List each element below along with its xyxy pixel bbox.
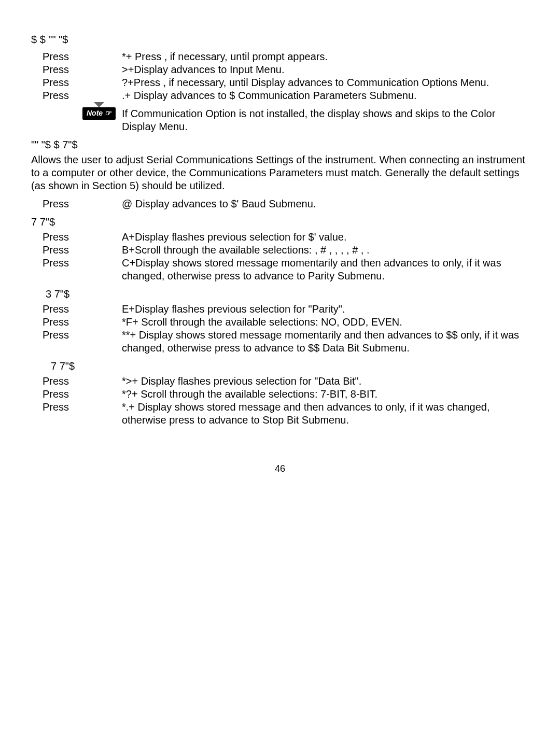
- section-header-comm-options: $ $ "" "$: [31, 33, 529, 46]
- section-header-comm-params: "" "$ $ 7"$: [31, 138, 529, 151]
- step-key: Press: [31, 375, 122, 388]
- step-desc: >+Display advances to Input Menu.: [122, 63, 529, 76]
- step-desc: A+Display flashes previous selection for…: [122, 231, 529, 244]
- step-row: Press *>+ Display flashes previous selec…: [31, 375, 529, 388]
- note-text: If Communication Option is not installed…: [122, 107, 529, 133]
- step-desc: ?+Press , if necessary, until Display ad…: [122, 76, 529, 89]
- step-row: Press A+Display flashes previous selecti…: [31, 231, 529, 244]
- step-key: Press: [31, 89, 122, 102]
- step-desc: *F+ Scroll through the available selecti…: [122, 316, 529, 329]
- step-key: Press: [31, 329, 122, 342]
- subheading-baud: 7 7"$: [31, 216, 529, 229]
- step-row: Press *.+ Display shows stored message a…: [31, 401, 529, 427]
- step-desc: E+Display flashes previous selection for…: [122, 303, 529, 316]
- intro-paragraph: Allows the user to adjust Serial Communi…: [31, 153, 529, 192]
- step-key: Press: [31, 316, 122, 329]
- page-number: 46: [31, 463, 529, 475]
- step-row: Press *F+ Scroll through the available s…: [31, 316, 529, 329]
- step-key: Press: [31, 198, 122, 210]
- step-desc: B+Scroll through the available selection…: [122, 244, 529, 257]
- note-badge: Note ☞: [82, 107, 116, 120]
- step-key: Press: [31, 50, 122, 63]
- step-key: Press: [31, 303, 122, 316]
- step-row: Press *+ Press , if necessary, until pro…: [31, 50, 529, 63]
- subheading-parity: 3 7"$: [31, 288, 529, 301]
- step-key: Press: [31, 257, 122, 270]
- step-row: Press B+Scroll through the available sel…: [31, 244, 529, 257]
- step-key: Press: [31, 401, 122, 414]
- step-row: Press @ Display advances to $' Baud Subm…: [31, 198, 529, 210]
- step-row: Press **+ Display shows stored message m…: [31, 329, 529, 355]
- step-desc: *?+ Scroll through the available selecti…: [122, 388, 529, 401]
- step-row: Press ?+Press , if necessary, until Disp…: [31, 76, 529, 89]
- step-desc: **+ Display shows stored message momenta…: [122, 329, 529, 355]
- step-key: Press: [31, 76, 122, 89]
- step-row: Press >+Display advances to Input Menu.: [31, 63, 529, 76]
- step-key: Press: [31, 63, 122, 76]
- step-desc: *>+ Display flashes previous selection f…: [122, 375, 529, 388]
- step-key: Press: [31, 244, 122, 257]
- step-desc: *+ Press , if necessary, until prompt ap…: [122, 50, 529, 63]
- step-row: Press .+ Display advances to $ Communica…: [31, 89, 529, 102]
- step-row: Press C+Display shows stored message mom…: [31, 257, 529, 283]
- step-row: Press *?+ Scroll through the available s…: [31, 388, 529, 401]
- step-desc: C+Display shows stored message momentari…: [122, 257, 529, 283]
- step-desc: .+ Display advances to $ Communication P…: [122, 89, 529, 102]
- subheading-databit: 7 7"$: [31, 360, 529, 373]
- step-row: Press E+Display flashes previous selecti…: [31, 303, 529, 316]
- step-desc: *.+ Display shows stored message and the…: [122, 401, 529, 427]
- step-desc: @ Display advances to $' Baud Submenu.: [122, 198, 529, 210]
- step-key: Press: [31, 231, 122, 244]
- triangle-icon: [94, 102, 104, 107]
- note-row: Note ☞ If Communication Option is not in…: [31, 107, 529, 133]
- step-key: Press: [31, 388, 122, 401]
- note-label: Note ☞: [87, 109, 111, 117]
